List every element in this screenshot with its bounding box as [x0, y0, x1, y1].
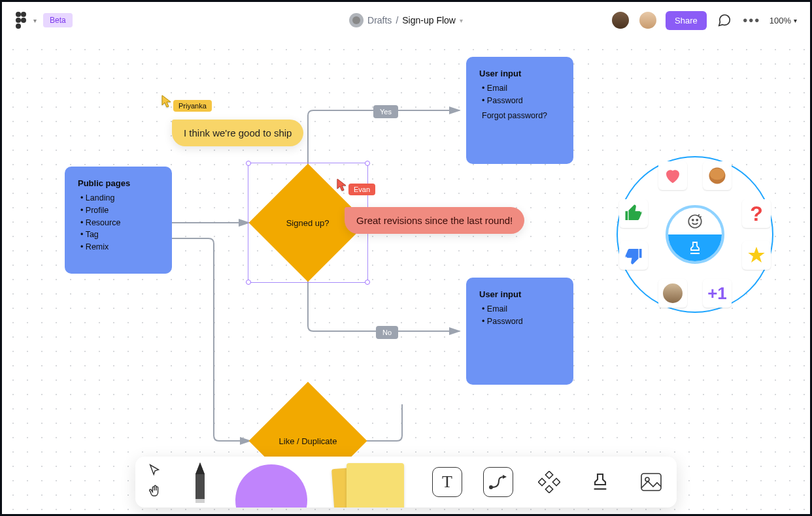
svg-point-12 — [490, 486, 492, 489]
canvas[interactable]: Yes No Public pages Landing Profile Reso… — [2, 39, 810, 514]
reaction-thumbs-down-icon[interactable] — [619, 241, 648, 270]
cursor-priyanka: Priyanka — [161, 95, 212, 112]
select-tool-icon[interactable] — [148, 463, 162, 480]
comment-evan[interactable]: Great revisions since the last round! — [345, 207, 524, 234]
node-title: Public pages — [78, 178, 159, 188]
svg-point-4 — [16, 24, 21, 29]
node-link: Forgot password? — [479, 111, 560, 120]
sticky-note-tool[interactable] — [317, 457, 422, 508]
file-name[interactable]: Sign-up Flow — [402, 15, 456, 25]
node-title: User input — [479, 289, 560, 299]
reaction-plus-one-icon[interactable]: +1 — [703, 279, 732, 308]
list-item: Profile — [80, 204, 159, 217]
edge-label-no: No — [376, 326, 398, 339]
svg-rect-17 — [641, 474, 661, 491]
connector-tool[interactable] — [473, 457, 524, 508]
beta-badge: Beta — [43, 13, 73, 27]
share-button[interactable]: Share — [666, 11, 707, 30]
list-item: Email — [482, 82, 560, 95]
list-item: Email — [482, 303, 560, 315]
svg-point-5 — [352, 16, 360, 24]
breadcrumb-folder[interactable]: Drafts — [367, 15, 392, 25]
list-item: Remix — [80, 241, 159, 253]
marker-tool[interactable] — [175, 457, 226, 508]
edge-label-yes: Yes — [373, 105, 398, 118]
svg-rect-13 — [545, 471, 552, 478]
team-icon — [349, 13, 364, 27]
chevron-down-icon[interactable]: ▾ — [33, 17, 37, 24]
cursor-tag: Priyanka — [173, 100, 212, 112]
node-label: Like / Duplicate — [279, 436, 337, 445]
reaction-star-icon[interactable] — [742, 241, 771, 270]
svg-point-3 — [21, 18, 26, 23]
hand-tool-icon[interactable] — [148, 484, 162, 501]
smile-icon[interactable] — [668, 208, 722, 234]
node-user-input-yes[interactable]: User input Email Password Forgot passwor… — [466, 57, 573, 164]
chevron-down-icon[interactable]: ▾ — [460, 17, 463, 24]
svg-point-2 — [16, 18, 21, 23]
svg-rect-11 — [195, 499, 205, 503]
wheel-center[interactable] — [666, 205, 724, 264]
reaction-avatar-icon[interactable] — [658, 279, 687, 308]
svg-point-18 — [645, 477, 649, 481]
node-user-input-no[interactable]: User input Email Password — [466, 278, 573, 385]
header-right: Share ••• 100% ▾ — [611, 10, 797, 30]
list-item: Password — [482, 95, 560, 107]
avatar[interactable] — [611, 10, 630, 30]
breadcrumb[interactable]: Drafts / Sign-up Flow ▾ — [349, 13, 463, 27]
list-item: Password — [482, 315, 560, 328]
svg-rect-15 — [552, 478, 560, 485]
chevron-down-icon: ▾ — [794, 17, 797, 24]
comment-icon[interactable] — [715, 10, 734, 30]
cursor-evan: Evan — [337, 178, 375, 195]
comment-priyanka[interactable]: I think we're good to ship — [172, 120, 303, 146]
reaction-cookie-icon[interactable] — [703, 161, 732, 190]
list-item: Landing — [80, 192, 159, 204]
svg-rect-16 — [545, 485, 552, 492]
svg-point-6 — [688, 215, 702, 228]
svg-point-8 — [696, 219, 698, 220]
node-public-pages[interactable]: Public pages Landing Profile Resource Ta… — [65, 167, 172, 274]
stamp-icon[interactable] — [668, 234, 722, 261]
reaction-wheel[interactable]: ? +1 — [617, 156, 773, 313]
reaction-heart-icon[interactable] — [658, 161, 687, 190]
figjam-logo-icon[interactable] — [15, 12, 27, 29]
text-tool[interactable]: T — [422, 457, 473, 508]
svg-point-10 — [710, 169, 725, 180]
svg-rect-14 — [538, 478, 545, 485]
avatar[interactable] — [638, 10, 658, 30]
header-left: ▾ Beta — [15, 12, 73, 29]
list-item: Resource — [80, 217, 159, 229]
list-item: Tag — [80, 229, 159, 241]
more-icon[interactable]: ••• — [742, 10, 762, 30]
zoom-level[interactable]: 100% ▾ — [770, 16, 797, 25]
reaction-question-icon[interactable]: ? — [742, 199, 771, 228]
more-shapes-tool[interactable] — [524, 457, 575, 508]
cursor-tag: Evan — [348, 184, 375, 195]
svg-point-0 — [16, 12, 21, 17]
breadcrumb-sep: / — [396, 15, 398, 25]
svg-point-7 — [692, 219, 694, 220]
bottom-toolbar: T — [135, 457, 677, 508]
stamp-tool[interactable] — [575, 457, 626, 508]
shape-tool[interactable] — [226, 457, 317, 508]
top-header: ▾ Beta Drafts / Sign-up Flow ▾ Share •••… — [2, 2, 810, 39]
node-title: User input — [479, 69, 560, 78]
image-tool[interactable] — [626, 457, 677, 508]
svg-point-1 — [21, 12, 26, 17]
reaction-thumbs-up-icon[interactable] — [619, 199, 648, 228]
node-label: Signed up? — [286, 218, 330, 228]
